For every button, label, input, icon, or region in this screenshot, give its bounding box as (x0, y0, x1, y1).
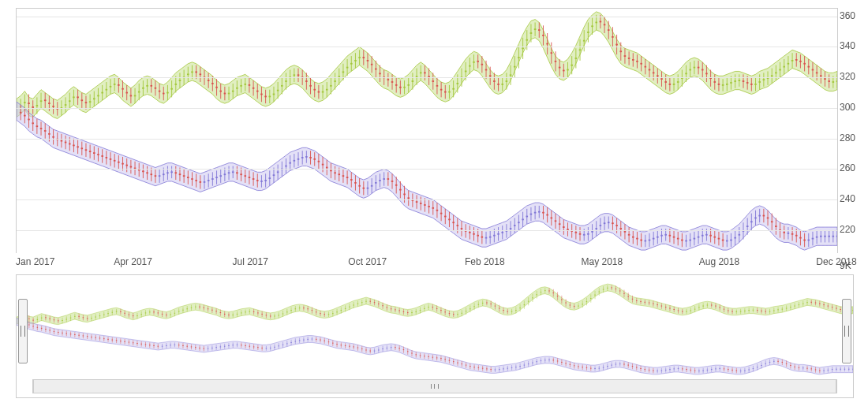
range-handle-left[interactable] (18, 299, 28, 363)
main-plot-canvas (17, 9, 837, 253)
x-tick-label: Apr 2017 (114, 256, 152, 267)
x-tick-label: Feb 2018 (465, 256, 505, 267)
overview-scrollbar-track[interactable] (32, 379, 837, 393)
y-tick-label: 340 (840, 40, 865, 51)
x-tick-label: Jul 2017 (232, 256, 268, 267)
main-plot[interactable] (16, 8, 838, 253)
x-tick-label: Aug 2018 (699, 256, 739, 267)
x-tick-label: Oct 2017 (348, 256, 387, 267)
x-tick-label: Jan 2017 (16, 256, 54, 267)
x-axis: Jan 2017Apr 2017Jul 2017Oct 2017Feb 2018… (16, 256, 852, 270)
y-tick-label: 360 (840, 10, 865, 21)
y-tick-label: 240 (840, 193, 865, 204)
y-tick-label: 280 (840, 132, 865, 144)
range-handle-right[interactable] (842, 299, 851, 363)
overview-plot[interactable] (16, 274, 854, 398)
x-tick-label: May 2018 (581, 256, 623, 267)
y-tick-label: 260 (840, 162, 865, 173)
y-tick-label: 220 (840, 224, 865, 235)
y-tick-label: 300 (840, 102, 865, 113)
overview-scrollbar-thumb[interactable] (33, 380, 836, 393)
stock-chart: 220240260280300320340360 Jan 2017Apr 201… (0, 0, 868, 410)
y-tick-label: 320 (840, 71, 865, 82)
overview-y-tick: 9K (840, 260, 851, 271)
